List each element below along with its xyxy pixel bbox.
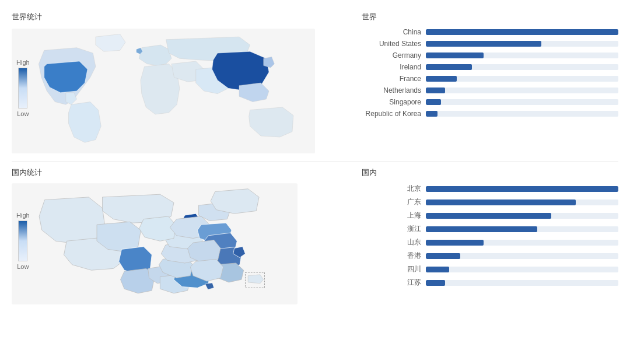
bar-row-1: United States [362, 40, 618, 48]
bar-row-6: Singapore [362, 98, 618, 106]
bar-track-7 [426, 280, 618, 286]
bar-label-0: China [362, 28, 426, 36]
world-legend-low: Low [17, 110, 29, 117]
bar-track-3 [426, 64, 618, 70]
bar-row-2: Germany [362, 51, 618, 60]
world-legend: High Low [16, 59, 30, 117]
world-chart-panel: 世界 ChinaUnited StatesGermanyIrelandFranc… [350, 12, 618, 155]
china-bar-chart: 北京广东上海浙江山东香港四川江苏 [362, 184, 618, 288]
bar-label-5: 香港 [362, 251, 426, 261]
bar-track-1 [426, 41, 618, 47]
world-bar-chart: ChinaUnited StatesGermanyIrelandFranceNe… [362, 28, 618, 118]
bar-label-6: 四川 [362, 264, 426, 274]
china-chart-title: 国内 [362, 167, 618, 178]
bar-fill-1 [426, 200, 576, 205]
china-section: 国内统计 [12, 162, 618, 311]
bar-row-4: 山东 [362, 237, 618, 247]
bar-label-2: 上海 [362, 211, 426, 220]
bar-row-3: 浙江 [362, 224, 618, 234]
world-section: 世界统计 [12, 6, 618, 162]
bar-fill-7 [426, 280, 445, 286]
bar-row-3: Ireland [362, 63, 618, 71]
world-map-panel: 世界统计 [12, 12, 350, 155]
bar-track-7 [426, 111, 618, 117]
world-title: 世界统计 [12, 12, 350, 22]
bar-fill-5 [426, 88, 445, 93]
bar-track-4 [426, 240, 618, 246]
bar-track-0 [426, 29, 618, 35]
china-map [12, 183, 298, 305]
bar-label-3: Ireland [362, 63, 426, 71]
bar-label-3: 浙江 [362, 224, 426, 234]
bar-fill-4 [426, 240, 484, 246]
bar-label-5: Netherlands [362, 86, 426, 94]
china-legend-bar [18, 220, 27, 261]
bar-row-0: China [362, 28, 618, 36]
china-map-panel: 国内统计 [12, 167, 350, 305]
china-legend-low: Low [17, 263, 29, 270]
china-title: 国内统计 [12, 167, 350, 178]
bar-label-4: 山东 [362, 237, 426, 247]
china-chart-panel: 国内 北京广东上海浙江山东香港四川江苏 [350, 167, 618, 305]
bar-fill-6 [426, 267, 449, 272]
bar-label-2: Germany [362, 51, 426, 60]
bar-track-4 [426, 76, 618, 82]
bar-fill-3 [426, 226, 537, 232]
bar-fill-2 [426, 213, 551, 219]
bar-row-2: 上海 [362, 211, 618, 220]
bar-track-3 [426, 226, 618, 232]
bar-label-0: 北京 [362, 184, 426, 194]
bar-fill-3 [426, 64, 472, 70]
bar-track-5 [426, 88, 618, 93]
bar-fill-6 [426, 99, 441, 105]
bar-fill-0 [426, 186, 618, 192]
china-legend: High Low [16, 212, 30, 270]
bar-row-6: 四川 [362, 264, 618, 274]
bar-fill-5 [426, 253, 460, 259]
china-legend-high: High [16, 212, 30, 219]
bar-track-5 [426, 253, 618, 259]
bar-label-1: United States [362, 40, 426, 48]
bar-fill-7 [426, 111, 438, 117]
bar-row-0: 北京 [362, 184, 618, 194]
bar-track-2 [426, 52, 618, 58]
bar-row-1: 广东 [362, 197, 618, 207]
bar-row-7: Republic of Korea [362, 110, 618, 118]
bar-track-6 [426, 267, 618, 272]
bar-track-2 [426, 213, 618, 219]
world-legend-bar [18, 68, 27, 108]
bar-fill-2 [426, 52, 484, 58]
bar-fill-0 [426, 29, 618, 35]
bar-row-5: 香港 [362, 251, 618, 261]
bar-track-1 [426, 200, 618, 205]
bar-track-0 [426, 186, 618, 192]
bar-label-4: France [362, 75, 426, 83]
page: 世界统计 [0, 0, 630, 364]
bar-label-7: Republic of Korea [362, 110, 426, 118]
bar-track-6 [426, 99, 618, 105]
bar-fill-4 [426, 76, 457, 82]
world-legend-high: High [16, 59, 30, 66]
bar-label-7: 江苏 [362, 278, 426, 288]
world-map [12, 27, 315, 155]
world-chart-title: 世界 [362, 12, 618, 22]
bar-row-7: 江苏 [362, 278, 618, 288]
bar-row-5: Netherlands [362, 86, 618, 94]
bar-label-1: 广东 [362, 197, 426, 207]
bar-label-6: Singapore [362, 98, 426, 106]
bar-row-4: France [362, 75, 618, 83]
bar-fill-1 [426, 41, 541, 47]
